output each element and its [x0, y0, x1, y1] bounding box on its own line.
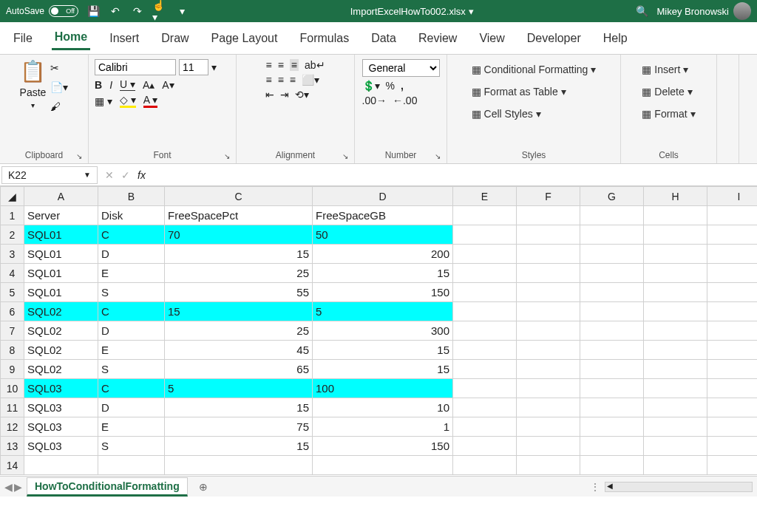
redo-icon[interactable]: ↷ [130, 4, 145, 18]
cell[interactable] [517, 360, 580, 379]
formula-input[interactable] [153, 169, 751, 181]
cell[interactable] [707, 225, 758, 245]
orientation-button[interactable]: ⟲▾ [295, 89, 309, 100]
italic-button[interactable]: I [109, 79, 112, 91]
accounting-format-icon[interactable]: 💲▾ [362, 80, 380, 92]
undo-icon[interactable]: ↶ [108, 4, 123, 18]
cell[interactable] [580, 245, 644, 264]
col-header[interactable]: E [453, 187, 517, 206]
tab-developer[interactable]: Developer [524, 27, 584, 50]
cell[interactable] [453, 379, 517, 398]
cell[interactable] [517, 302, 580, 321]
sheet-nav-prev[interactable]: ◀ [4, 481, 13, 493]
new-sheet-button[interactable]: ⊕ [192, 479, 214, 495]
tab-review[interactable]: Review [415, 27, 460, 50]
cell[interactable]: SQL01 [24, 245, 98, 264]
cell[interactable]: S [98, 437, 165, 456]
cell[interactable]: 100 [313, 379, 453, 398]
cell[interactable]: 1 [313, 417, 453, 437]
cell[interactable]: C [98, 302, 165, 321]
cell[interactable] [517, 456, 580, 475]
grid[interactable]: ◢ A B C D E F G H I 1 Server Disk FreeSp… [0, 186, 757, 475]
row-header[interactable]: 13 [1, 437, 24, 456]
cell[interactable]: 15 [165, 245, 313, 264]
conditional-formatting-button[interactable]: ▦Conditional Formatting ▾ [469, 62, 600, 77]
cell[interactable] [707, 321, 758, 341]
select-all-corner[interactable]: ◢ [1, 187, 24, 206]
autosave-toggle[interactable]: Off [49, 5, 78, 17]
paste-icon[interactable]: 📋 [20, 59, 46, 83]
row-header[interactable]: 6 [1, 302, 24, 321]
autosave[interactable]: AutoSave Off [6, 5, 78, 17]
cell[interactable]: SQL02 [24, 321, 98, 341]
sheet-tab[interactable]: HowToConditionalFormatting [27, 477, 188, 497]
cell[interactable] [98, 456, 165, 475]
cell[interactable]: 10 [313, 398, 453, 417]
tab-data[interactable]: Data [368, 27, 399, 50]
merge-center-button[interactable]: ⬜▾ [302, 74, 319, 86]
font-size-dropdown-icon[interactable]: ▾ [211, 61, 217, 73]
tab-pagelayout[interactable]: Page Layout [208, 27, 281, 50]
cell[interactable] [644, 398, 707, 417]
cell[interactable] [707, 379, 758, 398]
increase-indent-icon[interactable]: ⇥ [280, 89, 289, 100]
cell[interactable] [453, 437, 517, 456]
cell[interactable]: E [98, 341, 165, 360]
cell[interactable] [580, 321, 644, 341]
cell[interactable]: E [98, 264, 165, 283]
cell[interactable]: 150 [313, 437, 453, 456]
cell[interactable] [517, 206, 580, 225]
cell[interactable]: 65 [165, 360, 313, 379]
decrease-indent-icon[interactable]: ⇤ [265, 89, 274, 100]
cell[interactable] [580, 398, 644, 417]
cell[interactable]: 15 [165, 437, 313, 456]
number-dialog-icon[interactable]: ↘ [435, 152, 441, 160]
cell[interactable] [707, 264, 758, 283]
cell[interactable] [517, 417, 580, 437]
tab-draw[interactable]: Draw [158, 27, 191, 50]
cell[interactable] [517, 264, 580, 283]
decrease-decimal-icon[interactable]: ←.00 [393, 95, 417, 106]
cell[interactable] [644, 283, 707, 302]
wrap-text-button[interactable]: ab↵ [305, 59, 325, 71]
cell[interactable] [580, 264, 644, 283]
cell[interactable]: SQL02 [24, 302, 98, 321]
align-middle-icon[interactable]: ≡ [278, 59, 284, 71]
cell[interactable]: C [98, 225, 165, 245]
tab-home[interactable]: Home [52, 26, 90, 50]
cell[interactable]: D [98, 245, 165, 264]
cell[interactable]: 15 [313, 360, 453, 379]
clipboard-dialog-icon[interactable]: ↘ [76, 152, 82, 160]
cell[interactable]: 70 [165, 225, 313, 245]
cell[interactable] [707, 456, 758, 475]
cell[interactable]: 75 [165, 417, 313, 437]
cell[interactable]: C [98, 379, 165, 398]
cell[interactable]: SQL03 [24, 417, 98, 437]
cell[interactable]: 25 [165, 321, 313, 341]
sheet-nav-next[interactable]: ▶ [14, 481, 22, 493]
cell[interactable]: 50 [313, 225, 453, 245]
cell[interactable] [517, 341, 580, 360]
align-top-icon[interactable]: ≡ [265, 59, 271, 71]
touch-icon[interactable]: ☝ ▾ [152, 4, 167, 18]
cell[interactable] [517, 379, 580, 398]
cell[interactable] [517, 283, 580, 302]
cell[interactable]: SQL01 [24, 225, 98, 245]
increase-font-icon[interactable]: A▴ [143, 79, 155, 91]
cell[interactable] [517, 437, 580, 456]
row-header[interactable]: 8 [1, 341, 24, 360]
filename[interactable]: ImportExcelHowTo002.xlsx ▾ [197, 6, 627, 17]
cell[interactable] [453, 417, 517, 437]
align-right-icon[interactable]: ≡ [290, 74, 296, 86]
cell[interactable] [707, 283, 758, 302]
cell[interactable] [453, 302, 517, 321]
cell[interactable]: 15 [313, 264, 453, 283]
decrease-font-icon[interactable]: A▾ [162, 79, 174, 91]
cell[interactable]: E [98, 417, 165, 437]
tab-help[interactable]: Help [600, 27, 631, 50]
cell[interactable]: SQL02 [24, 360, 98, 379]
align-center-icon[interactable]: ≡ [278, 74, 284, 86]
row-header[interactable]: 3 [1, 245, 24, 264]
cell[interactable]: 15 [165, 398, 313, 417]
col-header[interactable]: G [580, 187, 644, 206]
